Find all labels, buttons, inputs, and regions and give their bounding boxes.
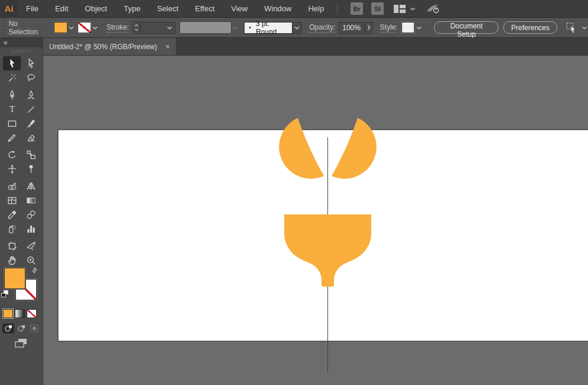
menu-effect[interactable]: Effect (187, 0, 223, 18)
menu-view[interactable]: View (223, 0, 256, 18)
menu-type[interactable]: Type (115, 0, 149, 18)
style-label[interactable]: Style: (380, 23, 398, 33)
control-bar-grip[interactable] (0, 18, 5, 38)
shaper-tool[interactable] (3, 130, 21, 145)
select-similar-icon[interactable] (565, 22, 588, 33)
stroke-color-dropdown-icon[interactable] (91, 22, 99, 33)
menu-window[interactable]: Window (256, 0, 300, 18)
illustrator-logo-icon: Ai (0, 0, 18, 18)
paint-style-row (0, 309, 43, 318)
blend-tool[interactable] (22, 207, 40, 222)
width-tool[interactable] (3, 162, 21, 176)
magic-wand-tool[interactable] (3, 70, 21, 85)
paintbrush-tool[interactable] (22, 116, 40, 130)
close-tab-icon[interactable]: × (165, 43, 170, 50)
fill-indicator[interactable] (4, 268, 25, 289)
control-bar: No Selection Stroke: • 3 pt. Round Opaci… (0, 18, 588, 38)
selection-tool[interactable] (3, 56, 21, 70)
rectangle-tool[interactable] (3, 116, 21, 130)
pen-tool[interactable] (3, 88, 21, 102)
none-button[interactable] (27, 309, 37, 318)
shape-builder-tool[interactable] (3, 179, 21, 193)
bridge-icon[interactable]: Br (351, 2, 363, 15)
scale-tool[interactable] (22, 147, 40, 162)
tools-panel-grip[interactable] (10, 50, 33, 53)
menu-edit[interactable]: Edit (47, 0, 76, 18)
color-button[interactable] (3, 309, 13, 318)
tab-strip: « Untitled-2* @ 50% (RGB/Preview) × (0, 38, 588, 55)
fill-color-swatch[interactable] (54, 22, 67, 33)
variable-width-profile-dropdown-icon[interactable] (293, 22, 302, 34)
tool-group-modify (0, 178, 43, 238)
stock-icon[interactable]: St (371, 2, 384, 15)
profile-bullet-icon: • (249, 24, 251, 31)
gradient-button[interactable] (15, 309, 25, 318)
menu-bar: Ai File Edit Object Type Select Effect V… (0, 0, 588, 18)
brush-definition-dropdown-icon[interactable] (232, 22, 240, 33)
draw-inside-icon[interactable] (28, 323, 40, 333)
tool-group-selection (0, 55, 43, 86)
document-tab[interactable]: Untitled-2* @ 50% (RGB/Preview) × (43, 38, 176, 55)
stroke-color-swatch[interactable] (78, 22, 91, 33)
brush-definition-preview[interactable] (179, 21, 232, 34)
puppet-warp-tool[interactable] (22, 162, 40, 176)
fill-color-dropdown-icon[interactable] (68, 22, 76, 33)
tool-group-drawing: T (0, 86, 43, 146)
opacity-flyout-icon[interactable] (365, 22, 373, 34)
mesh-tool[interactable] (3, 193, 21, 207)
slice-tool[interactable] (22, 239, 40, 253)
artboard-tool[interactable] (3, 239, 21, 253)
svg-text:T: T (9, 104, 14, 114)
style-swatch[interactable] (401, 22, 415, 33)
menu-file[interactable]: File (18, 0, 47, 18)
tools-panel: T (0, 47, 43, 385)
rotate-tool[interactable] (3, 147, 21, 162)
canvas[interactable] (43, 55, 588, 385)
symbol-sprayer-tool[interactable] (3, 222, 21, 236)
document-tab-title: Untitled-2* @ 50% (RGB/Preview) (49, 43, 157, 51)
gradient-tool[interactable] (22, 193, 40, 207)
fill-stroke-indicator: ⇄ (0, 268, 43, 310)
document-setup-button[interactable]: Document Setup (434, 21, 499, 34)
collapse-panel-icon[interactable]: « (4, 38, 8, 47)
menu-select[interactable]: Select (149, 0, 187, 18)
variable-width-profile-value[interactable]: • 3 pt. Round (244, 22, 293, 34)
draw-normal-icon[interactable] (2, 323, 14, 333)
direct-selection-tool[interactable] (22, 56, 40, 70)
menu-separator (337, 4, 338, 14)
line-segment-tool[interactable] (22, 102, 40, 116)
style-dropdown-icon[interactable] (415, 22, 423, 33)
drawing-mode-row (0, 323, 43, 333)
selection-status: No Selection (8, 20, 46, 36)
draw-behind-icon[interactable] (15, 323, 27, 333)
hand-tool[interactable] (3, 253, 21, 267)
stroke-label[interactable]: Stroke: (107, 23, 129, 33)
perspective-grid-tool[interactable] (22, 179, 40, 193)
screen-mode-icon[interactable] (13, 338, 30, 349)
eyedropper-tool[interactable] (3, 207, 21, 222)
stroke-weight-dropdown[interactable] (140, 22, 176, 34)
type-tool[interactable]: T (3, 102, 21, 116)
gpu-performance-icon[interactable] (426, 4, 441, 14)
opacity-label[interactable]: Opacity: (309, 23, 335, 33)
menu-object[interactable]: Object (76, 0, 115, 18)
default-fill-stroke-icon[interactable] (1, 290, 9, 298)
curvature-tool[interactable] (22, 88, 40, 102)
stroke-weight-stepper[interactable] (133, 21, 140, 34)
preferences-button[interactable]: Preferences (503, 21, 557, 34)
arrange-documents-icon[interactable] (393, 4, 416, 14)
tool-group-transform (0, 146, 43, 178)
lasso-tool[interactable] (22, 70, 40, 85)
opacity-input[interactable]: 100% (339, 22, 364, 34)
eraser-tool[interactable] (22, 130, 40, 145)
column-graph-tool[interactable] (22, 222, 40, 236)
menu-help[interactable]: Help (300, 0, 332, 18)
